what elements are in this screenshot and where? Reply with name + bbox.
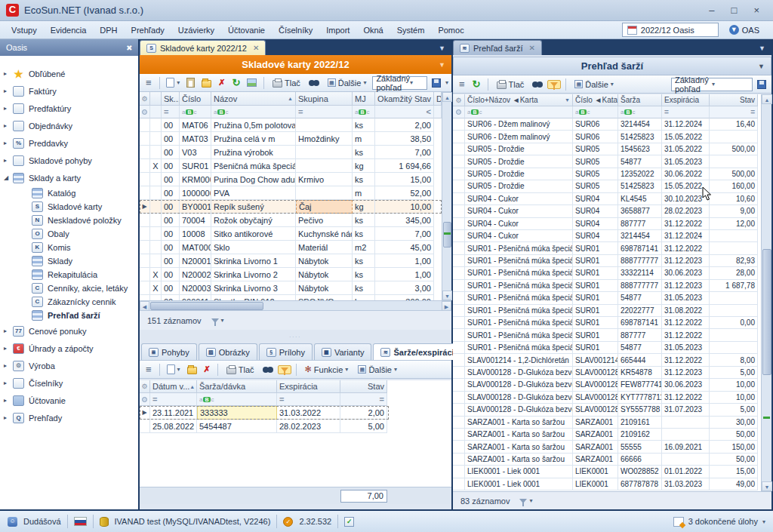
cell[interactable]: 31.12.2023 [662, 255, 710, 267]
sidebar-item-vy-roba[interactable]: ▸⚙Výroba [0, 357, 138, 374]
grid-options-gear-icon[interactable]: ⚙ [453, 94, 465, 106]
cell[interactable]: 31.07.2023 [662, 404, 710, 416]
cell[interactable]: 00 [162, 159, 180, 173]
cell[interactable]: Nábytok [296, 254, 353, 268]
cell[interactable]: 28,00 [710, 267, 758, 279]
column-header-c-i-slo-na-zov-karta[interactable]: Číslo+Názov ◄Karta▼ [465, 94, 573, 106]
cell[interactable]: SUR05 [573, 168, 618, 180]
cell[interactable]: 9,00 [710, 205, 758, 217]
column-header-okamz-ity-stav[interactable]: Okamžitý Stav [375, 92, 434, 106]
cell[interactable]: 5,00 [710, 404, 758, 416]
table-row[interactable]: X00N20002Skrinka Livorno 2Nábytokks1,00 [140, 268, 442, 281]
cell[interactable]: 45,00 [375, 241, 434, 254]
toolbar-overflow-icon[interactable]: ▾ [445, 79, 448, 86]
table-row[interactable]: 001000006PVAm52,00 [140, 186, 442, 200]
print-button[interactable]: Tlač [223, 364, 258, 376]
sidebar-item-prehl-ad-s-arz-i[interactable]: Prehľad šarží [0, 309, 138, 322]
cell[interactable]: 687787878 [618, 478, 662, 490]
cell[interactable]: LIEK0001 - Liek 0001 [465, 478, 573, 490]
cell[interactable]: SUR05 - Droždie [465, 143, 573, 155]
cell[interactable]: SUR01 [573, 280, 618, 292]
cell[interactable]: N20003 [180, 281, 211, 295]
cell[interactable]: SARZA001 - Karta so šaržou [465, 441, 573, 453]
cell[interactable]: 28.02.2023 [277, 420, 340, 433]
cell[interactable]: 698787141 [618, 317, 662, 329]
table-row[interactable]: SUR04 - CukorSUR0488777731.12.202212,00 [453, 218, 761, 230]
cell[interactable]: 82,93 [710, 255, 758, 267]
cell[interactable]: ks [353, 118, 375, 132]
expand-arrow-icon[interactable]: ▸ [4, 88, 13, 94]
cell[interactable]: MAT03 [180, 132, 211, 146]
cell[interactable]: ks [353, 227, 375, 241]
tab-pri-lohy[interactable]: §Prílohy [259, 343, 313, 360]
cell[interactable] [710, 342, 758, 354]
menu-syste-m[interactable]: Systém [390, 23, 432, 37]
cell[interactable]: 15,00 [375, 173, 434, 186]
menu-uza-vierky[interactable]: Uzávierky [171, 23, 221, 37]
cell[interactable]: SUR04 - Cukor [465, 205, 573, 217]
cell[interactable] [662, 429, 710, 441]
table-row[interactable]: SUR01 - Pšeničná múka špeciálSUR01548773… [453, 342, 761, 354]
cell[interactable]: 3658877 [618, 205, 662, 217]
cell[interactable]: SUR01 [573, 305, 618, 317]
cell[interactable]: 30.06.2022 [662, 168, 710, 180]
column-header-skupina[interactable]: Skupina [296, 92, 353, 106]
table-row[interactable]: SUR01 - Pšeničná múka špeciálSUR01887777… [453, 329, 761, 341]
cell[interactable]: 00 [162, 295, 180, 300]
cell[interactable]: 887777 [618, 329, 662, 341]
cell[interactable]: 00 [162, 254, 180, 268]
cell[interactable]: 500,00 [710, 143, 758, 155]
cell[interactable]: SUR01 [180, 159, 211, 173]
cell[interactable]: SUR01 [573, 255, 618, 267]
cell[interactable]: 22022777 [618, 305, 662, 317]
table-row[interactable]: SUR04 - CukorSUR04KL454530.10.202310,60 [453, 193, 761, 205]
table-row[interactable]: SLAV000128 - D-Glukóza bezvodáSLAV000128… [453, 404, 761, 416]
cell[interactable]: 50,00 [710, 454, 758, 466]
sidebar-item-faktu-ry[interactable]: ▸Faktúry [0, 82, 138, 100]
cell[interactable]: 1000006 [180, 186, 211, 200]
filter-row-pin-icon[interactable] [140, 106, 150, 118]
cell[interactable]: SUR04 [573, 193, 618, 205]
cell[interactable]: 00 [162, 227, 180, 241]
cell[interactable]: 160,00 [710, 180, 758, 192]
cell[interactable]: ks [353, 214, 375, 227]
cell[interactable]: 12,00 [710, 218, 758, 230]
cell[interactable]: 7,00 [375, 227, 434, 241]
cell[interactable]: 52,00 [375, 186, 434, 200]
table-row[interactable]: 00MAT0008SkloMateriálm245,00 [140, 241, 442, 254]
cell[interactable]: Hmoždinky [296, 132, 353, 146]
table-row[interactable]: SUR05 - DroždieSUR055142582315.05.202216… [453, 180, 761, 192]
filter-button[interactable] [278, 365, 291, 374]
cell[interactable]: SUR01 - Pšeničná múka špeciál [465, 342, 573, 354]
tab-list-dropdown-icon[interactable]: ▼ [439, 45, 451, 55]
cell[interactable]: kg [353, 159, 375, 173]
grid-options-gear-icon[interactable]: ⚙ [140, 92, 150, 106]
cell[interactable]: 16,40 [710, 118, 758, 131]
column-header-na-zov[interactable]: Názov▲ [211, 92, 296, 106]
cell[interactable]: 665444 [618, 354, 662, 366]
cell[interactable]: 49,00 [710, 478, 758, 490]
column-header-s-arz-a[interactable]: Šarža [618, 94, 662, 106]
cell[interactable]: 31.05.2022 [662, 143, 710, 155]
cell[interactable]: Pružina 0,5m polotovar [211, 118, 296, 132]
grid-options-gear-icon[interactable]: ⚙ [140, 380, 150, 393]
table-row[interactable]: ▶23.11.202133333331.03.20222,00 [140, 406, 389, 420]
filter-cell[interactable]: = [150, 393, 197, 406]
sidebar-item-sklady-a-karty[interactable]: ◢Sklady a karty [0, 169, 138, 186]
cell[interactable]: SUR05 [573, 143, 618, 155]
cell[interactable]: 5454487 [197, 420, 277, 433]
cell[interactable]: SLAV000128 [573, 392, 618, 404]
cell[interactable]: 00 [162, 200, 180, 214]
tab-close-icon[interactable]: ✕ [253, 44, 259, 52]
cell[interactable]: KR54878 [618, 367, 662, 379]
cell[interactable]: SUR05 - Droždie [465, 168, 573, 180]
table-row[interactable]: SLAV000128 - D-Glukóza bezvodáSLAV000128… [453, 379, 761, 391]
cell[interactable]: 3214454 [618, 118, 662, 131]
filter-row-pin-icon[interactable] [453, 106, 465, 118]
table-row[interactable]: 0070004Rožok obyčajnýPečivoks345,00 [140, 214, 442, 227]
cell[interactable]: SARZA001 - Karta so šaržou [465, 454, 573, 466]
table-row[interactable]: SLAV000128 - D-Glukóza bezvodáSLAV000128… [453, 392, 761, 404]
tab-skladove-karty[interactable]: S Skladové karty 2022/12 ✕ [140, 40, 266, 55]
cell[interactable]: SUR04 - Cukor [465, 218, 573, 230]
cell[interactable]: 00 [162, 132, 180, 146]
